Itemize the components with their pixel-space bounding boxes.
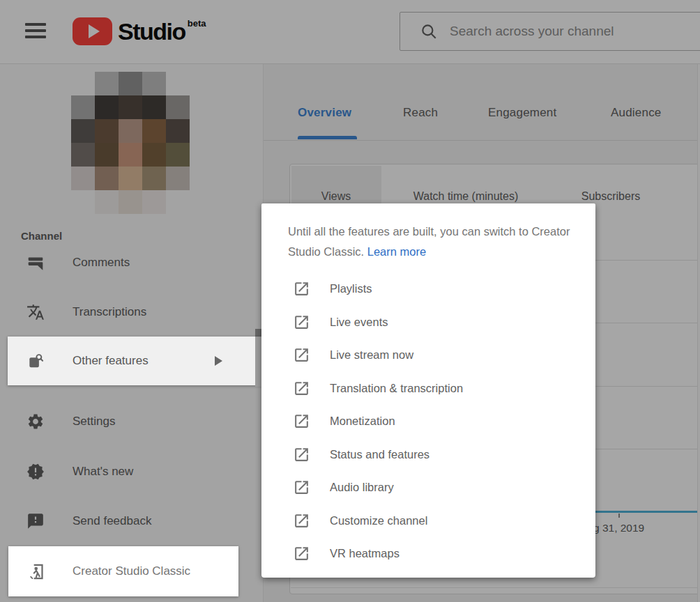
exit-door-icon (26, 562, 45, 581)
flyout-item-live-events[interactable]: Live events (261, 306, 595, 339)
other-features-flyout: Until all the features are built, you ca… (261, 203, 595, 578)
flyout-item-audio-library[interactable]: Audio library (261, 471, 595, 504)
flyout-item-monetization[interactable]: Monetization (261, 405, 595, 438)
flyout-item-label: Status and features (330, 448, 429, 461)
flyout-item-label: Translation & transcription (330, 382, 463, 395)
open-in-new-icon (293, 346, 310, 364)
sidebar-item-label: Other features (73, 354, 149, 368)
sidebar-item-label: Creator Studio Classic (73, 564, 190, 578)
flyout-item-status-and-features[interactable]: Status and features (261, 438, 595, 472)
flyout-item-label: Live stream now (330, 348, 413, 362)
sidebar-item-creator-studio-classic[interactable]: Creator Studio Classic (8, 546, 238, 596)
open-in-new-icon (293, 314, 310, 331)
submenu-arrow-icon (215, 356, 222, 366)
open-in-new-icon (293, 545, 310, 562)
flyout-item-label: Audio library (330, 481, 394, 494)
open-in-new-icon (293, 280, 310, 298)
flyout-item-label: VR heatmaps (330, 547, 400, 560)
flyout-item-label: Playlists (330, 282, 372, 295)
flyout-item-vr-heatmaps[interactable]: VR heatmaps (261, 537, 595, 571)
intro-text: Until all the features are built, you ca… (288, 225, 570, 258)
flyout-menu-list: Playlists Live events Live stream now Tr… (261, 272, 595, 571)
flyout-item-playlists[interactable]: Playlists (261, 272, 595, 306)
flyout-item-live-stream-now[interactable]: Live stream now (261, 339, 595, 372)
feature-search-icon (26, 352, 45, 370)
sidebar-item-other-features[interactable]: Other features (8, 337, 263, 385)
open-in-new-icon (293, 512, 310, 530)
flyout-intro-text: Until all the features are built, you ca… (288, 222, 577, 262)
youtube-studio-window: Studio beta Channel Comments Transcripti… (0, 0, 700, 602)
open-in-new-icon (293, 446, 310, 463)
flyout-item-label: Monetization (330, 415, 395, 428)
flyout-item-label: Customize channel (330, 514, 427, 527)
flyout-item-customize-channel[interactable]: Customize channel (261, 504, 595, 538)
flyout-item-translation-transcription[interactable]: Translation & transcription (261, 372, 595, 406)
learn-more-link[interactable]: Learn more (367, 245, 426, 258)
open-in-new-icon (293, 380, 310, 397)
open-in-new-icon (293, 412, 310, 430)
flyout-item-label: Live events (330, 316, 388, 329)
open-in-new-icon (293, 479, 310, 496)
